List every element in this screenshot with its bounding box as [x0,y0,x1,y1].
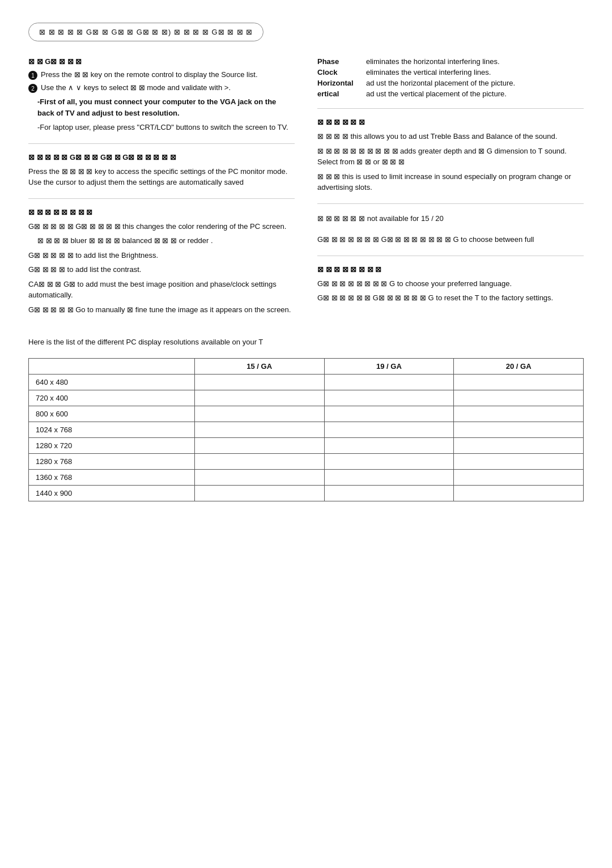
availability-section: ⊠ ⊠ ⊠ ⊠ ⊠ ⊠ not available for 15 / 20 [317,213,584,224]
table-row: 1360 x 768 [29,469,584,485]
resolution-cell [194,437,324,453]
bullet-circle-1: 1 [28,71,37,80]
resolution-label: 720 x 400 [29,390,195,406]
image-item-2: G⊠ ⊠ ⊠ ⊠ ⊠ to add list the Brightness. [28,250,295,261]
language-title: ⊠ ⊠ ⊠ ⊠ ⊠ ⊠ ⊠ ⊠ [317,265,584,274]
resolution-cell [324,374,454,390]
resolution-cell [324,437,454,453]
resolution-cell [194,374,324,390]
clock-row: Clock eliminates the vertical interferin… [317,68,584,76]
phase-label: Phase [317,57,363,66]
display-text: G⊠ ⊠ ⊠ ⊠ ⊠ ⊠ ⊠ G⊠ ⊠ ⊠ ⊠ ⊠ ⊠ ⊠ ⊠ G to cho… [317,234,584,245]
image-item-1: ⊠ ⊠ ⊠ ⊠ bluer ⊠ ⊠ ⊠ ⊠ balanced ⊠ ⊠ ⊠ or … [37,235,295,246]
vert-row: ertical ad ust the vertical placement of… [317,90,584,98]
vert-label: ertical [317,90,363,98]
resolution-cell [454,469,584,485]
image-title: ⊠ ⊠ ⊠ ⊠ ⊠ ⊠ ⊠ ⊠ [28,208,295,216]
table-header-row: 15 / GA 19 / GA 20 / GA [29,358,584,374]
table-row: 1280 x 768 [29,453,584,469]
sound-item-0: ⊠ ⊠ ⊠ ⊠ this allows you to ad ust Treble… [317,131,584,142]
language-section: ⊠ ⊠ ⊠ ⊠ ⊠ ⊠ ⊠ ⊠ G⊠ ⊠ ⊠ ⊠ ⊠ ⊠ ⊠ ⊠ G to ch… [317,265,584,304]
resolution-cell [194,390,324,406]
language-item-2: G⊠ ⊠ ⊠ ⊠ ⊠ ⊠ G⊠ ⊠ ⊠ ⊠ ⊠ ⊠ G to reset the… [317,292,584,304]
resolutions-intro-text: Here is the list of the different PC dis… [28,337,584,348]
pc-adjust-title: ⊠ ⊠ ⊠ ⊠ ⊠ G⊠ ⊠ ⊠ G⊠ ⊠ G⊠ ⊠ ⊠ ⊠ ⊠ ⊠ [28,153,295,161]
vert-text: ad ust the vertical placement of the pic… [366,90,507,98]
resolution-cell [454,437,584,453]
table-row: 640 x 480 [29,374,584,390]
resolutions-table: 15 / GA 19 / GA 20 / GA 640 x 480720 x 4… [28,358,584,501]
bullet-1: 1 Press the ⊠ ⊠ key on the remote contro… [28,70,295,80]
table-row: 1440 x 900 [29,485,584,501]
pc-adjust-text: Press the ⊠ ⊠ ⊠ ⊠ key to access the spec… [28,166,295,188]
resolution-cell [194,406,324,422]
image-section: ⊠ ⊠ ⊠ ⊠ ⊠ ⊠ ⊠ ⊠ G⊠ ⊠ ⊠ ⊠ ⊠ G⊠ ⊠ ⊠ ⊠ ⊠ th… [28,208,295,316]
col-header-0 [29,358,195,374]
clock-label: Clock [317,68,363,76]
resolution-cell [454,390,584,406]
resolution-label: 1280 x 768 [29,453,195,469]
resolution-cell [454,374,584,390]
language-item-1: G⊠ ⊠ ⊠ ⊠ ⊠ ⊠ ⊠ ⊠ G to choose your prefer… [317,278,584,290]
bullet-text-1: Press the ⊠ ⊠ key on the remote control … [41,70,258,79]
table-row: 1024 x 768 [29,422,584,437]
horiz-row: Horizontal ad ust the horizontal placeme… [317,79,584,87]
phase-text: eliminates the horizontal interfering li… [366,57,500,66]
resolution-cell [454,453,584,469]
image-item-3: G⊠ ⊠ ⊠ ⊠ to add list the contrast. [28,264,295,275]
availability-text: ⊠ ⊠ ⊠ ⊠ ⊠ ⊠ not available for 15 / 20 [317,213,584,224]
table-row: 720 x 400 [29,390,584,406]
clock-text: eliminates the vertical interfering line… [366,68,491,76]
resolution-cell [324,422,454,437]
image-item-0: G⊠ ⊠ ⊠ ⊠ ⊠ G⊠ ⊠ ⊠ ⊠ ⊠ this changes the c… [28,221,295,232]
pc-adjust-section: ⊠ ⊠ ⊠ ⊠ ⊠ G⊠ ⊠ ⊠ G⊠ ⊠ G⊠ ⊠ ⊠ ⊠ ⊠ ⊠ Press… [28,153,295,188]
resolution-label: 1440 x 900 [29,485,195,501]
resolution-cell [324,406,454,422]
col-header-3: 20 / GA [454,358,584,374]
resolution-cell [324,453,454,469]
resolution-cell [324,469,454,485]
resolution-label: 1024 x 768 [29,422,195,437]
resolutions-table-section: 15 / GA 19 / GA 20 / GA 640 x 480720 x 4… [28,358,584,501]
sound-item-1: ⊠ ⊠ ⊠ ⊠ ⊠ ⊠ ⊠ ⊠ ⊠ ⊠ adds greater depth a… [317,146,584,168]
resolution-cell [194,469,324,485]
horiz-text: ad ust the horizontal placement of the p… [366,79,515,87]
col-header-2: 19 / GA [324,358,454,374]
image-item-5: G⊠ ⊠ ⊠ ⊠ ⊠ Go to manually ⊠ fine tune th… [28,304,295,316]
page-header: ⊠ ⊠ ⊠ ⊠ ⊠ G⊠ ⊠ G⊠ ⊠ G⊠ ⊠ ⊠) ⊠ ⊠ ⊠ ⊠ G⊠ ⊠… [28,23,264,41]
resolution-cell [454,485,584,501]
resolutions-intro-section: Here is the list of the different PC dis… [28,337,584,348]
horiz-label: Horizontal [317,79,363,87]
left-col: ⊠ ⊠ G⊠ ⊠ ⊠ ⊠ 1 Press the ⊠ ⊠ key on the … [28,57,295,325]
image-item-4: CA⊠ ⊠ ⊠ G⊠ to add must the best image po… [28,279,295,301]
source-note2: -For laptop user, please press "CRT/LCD"… [37,122,295,133]
bullet-circle-2: 2 [28,84,37,93]
resolution-cell [194,422,324,437]
resolution-label: 1360 x 768 [29,469,195,485]
bullet-2: 2 Use the ∧ ∨ keys to select ⊠ ⊠ mode an… [28,83,295,93]
resolution-cell [194,485,324,501]
table-row: 800 x 600 [29,406,584,422]
source-title: ⊠ ⊠ G⊠ ⊠ ⊠ ⊠ [28,57,295,66]
resolution-label: 640 x 480 [29,374,195,390]
col-header-1: 15 / GA [194,358,324,374]
source-section: ⊠ ⊠ G⊠ ⊠ ⊠ ⊠ 1 Press the ⊠ ⊠ key on the … [28,57,295,133]
resolution-cell [194,453,324,469]
source-note1: -First of all, you must connect your com… [37,96,295,118]
table-row: 1280 x 720 [29,437,584,453]
right-col: Phase eliminates the horizontal interfer… [317,57,584,325]
display-section: G⊠ ⊠ ⊠ ⊠ ⊠ ⊠ ⊠ G⊠ ⊠ ⊠ ⊠ ⊠ ⊠ ⊠ ⊠ G to cho… [317,234,584,245]
resolution-cell [324,390,454,406]
resolution-cell [454,406,584,422]
bullet-text-2: Use the ∧ ∨ keys to select ⊠ ⊠ mode and … [41,83,231,92]
phase-row: Phase eliminates the horizontal interfer… [317,57,584,66]
resolution-cell [324,485,454,501]
sound-section: ⊠ ⊠ ⊠ ⊠ ⊠ ⊠ ⊠ ⊠ ⊠ ⊠ this allows you to a… [317,118,584,193]
resolution-label: 800 x 600 [29,406,195,422]
resolution-label: 1280 x 720 [29,437,195,453]
sound-title: ⊠ ⊠ ⊠ ⊠ ⊠ ⊠ [317,118,584,126]
resolution-cell [454,422,584,437]
phase-section: Phase eliminates the horizontal interfer… [317,57,584,98]
sound-item-2: ⊠ ⊠ ⊠ this is used to limit increase in … [317,171,584,193]
